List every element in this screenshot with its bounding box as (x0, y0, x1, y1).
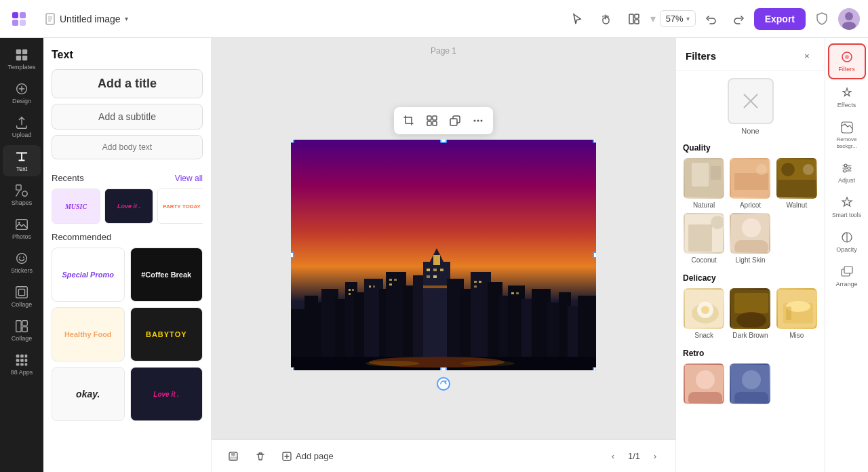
layout-chevron-icon: ▾ (650, 12, 656, 25)
filter-miso[interactable]: Miso (776, 288, 818, 339)
shield-btn[interactable] (810, 7, 834, 31)
filter-none-btn[interactable] (728, 78, 774, 124)
crop-btn[interactable] (398, 110, 420, 132)
rec-item-okay[interactable]: okay. (52, 367, 125, 421)
rec-item-healthy-food[interactable]: Healthy Food (52, 307, 125, 361)
svg-rect-22 (16, 287, 28, 298)
sidebar-label-templates: Templates (7, 64, 35, 71)
svg-rect-105 (734, 173, 768, 190)
svg-rect-33 (16, 363, 20, 366)
right-tool-remove-bg[interactable]: Remove backgr... (828, 115, 866, 155)
user-avatar[interactable] (838, 8, 860, 30)
filter-walnut-thumb (776, 158, 817, 199)
right-tool-smart[interactable]: Smart tools (828, 191, 866, 224)
view-all-btn[interactable]: View all (175, 174, 203, 183)
filter-darkbrown-thumb (730, 288, 770, 329)
duplicate-btn[interactable] (444, 110, 466, 132)
svg-point-115 (742, 218, 761, 237)
svg-point-109 (781, 163, 795, 176)
filter-retro2[interactable] (729, 363, 771, 407)
sidebar-item-design[interactable]: Design (3, 77, 41, 109)
svg-rect-112 (688, 224, 712, 252)
handle-top-left[interactable] (291, 140, 294, 143)
svg-rect-13 (22, 56, 27, 60)
layout-btn[interactable] (622, 7, 646, 31)
recent-item-loveit[interactable]: Love it . (104, 189, 153, 224)
svg-point-19 (17, 254, 27, 264)
filter-darkbrown-label: Dark Brown (732, 332, 768, 339)
undo-btn[interactable] (700, 7, 724, 31)
filter-walnut[interactable]: Walnut (776, 158, 818, 209)
svg-point-113 (711, 216, 724, 229)
svg-rect-32 (25, 359, 28, 362)
save-page-btn[interactable] (222, 448, 244, 465)
filter-apricot[interactable]: Apricot (729, 158, 771, 209)
recent-item-party[interactable]: PARTY TODAY (157, 189, 203, 224)
filter-coconut[interactable]: Coconut (683, 213, 725, 264)
sidebar-item-templates[interactable]: Templates (3, 43, 41, 75)
right-tool-arrange-label: Arrange (835, 281, 857, 288)
sidebar-label-upload: Upload (12, 132, 32, 138)
grid-btn[interactable] (421, 110, 443, 132)
filter-none-label: None (741, 127, 759, 135)
document-title-area[interactable]: Untitled image ▾ (38, 9, 134, 28)
filter-lightskin[interactable]: Light Skin (729, 213, 771, 264)
right-tool-filters[interactable]: Filters (828, 43, 866, 79)
float-toolbar (394, 107, 493, 134)
delete-page-btn[interactable] (250, 448, 271, 465)
add-body-btn[interactable]: Add body text (52, 135, 203, 159)
sidebar-item-collage[interactable]: Collage (3, 315, 41, 346)
add-subtitle-btn[interactable]: Add a subtitle (52, 104, 203, 130)
svg-rect-130 (688, 392, 722, 404)
rotate-handle[interactable] (437, 377, 450, 391)
handle-top-mid[interactable] (440, 140, 447, 143)
more-options-btn[interactable] (467, 110, 489, 132)
recent-item-music[interactable]: MUSIC (52, 189, 100, 224)
canvas-image[interactable] (291, 140, 596, 370)
filters-close-btn[interactable]: × (799, 47, 815, 64)
sidebar-item-stickers[interactable]: Stickers (3, 247, 41, 278)
app-logo[interactable] (8, 8, 30, 30)
sidebar-item-shapes[interactable]: Shapes (3, 179, 41, 210)
sidebar-item-frames[interactable]: Collage (3, 281, 41, 312)
hand-tool-btn[interactable] (593, 7, 618, 31)
svg-rect-34 (20, 363, 24, 366)
rec-item-babytoy[interactable]: BABYTOY (130, 307, 203, 361)
right-tool-arrange[interactable]: Arrange (828, 260, 866, 293)
text-panel: Text Add a title Add a subtitle Add body… (43, 38, 212, 472)
select-tool-btn[interactable] (565, 7, 589, 31)
sidebar-item-apps[interactable]: 88 Apps (3, 349, 41, 380)
right-tool-opacity[interactable]: Opacity (828, 225, 866, 258)
recommended-grid: Special Promo #Coffee Break Healthy Food… (52, 248, 203, 421)
filter-natural[interactable]: Natural (683, 158, 725, 209)
right-tool-adjust[interactable]: Adjust (828, 156, 866, 189)
sidebar-item-upload[interactable]: Upload (3, 111, 41, 142)
sidebar-label-photos: Photos (12, 233, 31, 240)
prev-page-btn[interactable]: ‹ (604, 447, 623, 466)
export-btn[interactable]: Export (754, 8, 806, 30)
svg-point-129 (696, 370, 715, 389)
svg-point-106 (756, 164, 767, 175)
babytoy-text: BABYTOY (146, 330, 187, 338)
right-tool-effects[interactable]: Effects (828, 81, 866, 114)
right-tools-sidebar: Filters Effects Remove backgr... Adjust … (825, 38, 868, 472)
rec-item-coffee-break[interactable]: #Coffee Break (130, 248, 203, 302)
handle-top-right[interactable] (593, 140, 596, 143)
svg-rect-73 (349, 289, 351, 291)
filter-snack-label: Snack (694, 332, 713, 339)
add-page-btn[interactable]: Add page (277, 448, 339, 465)
rec-item-special-promo[interactable]: Special Promo (52, 248, 125, 302)
filter-snack[interactable]: Snack (683, 288, 725, 339)
next-page-btn[interactable]: › (646, 447, 665, 466)
svg-rect-77 (373, 286, 375, 288)
left-sidebar: Templates Design Upload Text Shapes Phot… (0, 38, 43, 472)
sidebar-item-photos[interactable]: Photos (3, 213, 41, 244)
svg-rect-79 (394, 279, 397, 281)
rec-item-loveit2[interactable]: Love it . (130, 367, 203, 421)
filter-retro1[interactable] (683, 363, 725, 407)
sidebar-item-text[interactable]: Text (3, 145, 41, 176)
add-title-btn[interactable]: Add a title (52, 69, 203, 98)
filter-darkbrown[interactable]: Dark Brown (729, 288, 771, 339)
redo-btn[interactable] (726, 7, 750, 31)
zoom-control[interactable]: 57% ▾ (660, 10, 696, 27)
